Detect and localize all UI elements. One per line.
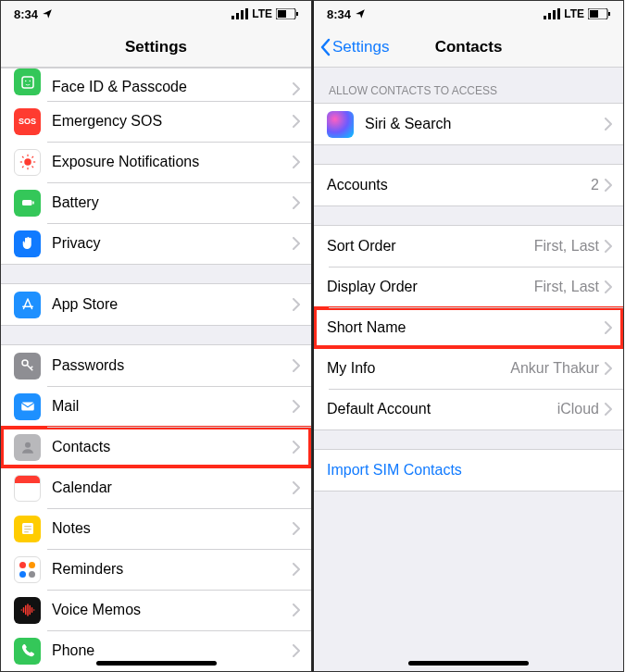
svg-rect-0: [231, 16, 234, 19]
home-indicator[interactable]: [408, 661, 529, 666]
row-calendar[interactable]: 1 Calendar: [1, 467, 311, 508]
row-importsim[interactable]: Import SIM Contacts: [314, 450, 623, 491]
svg-rect-31: [548, 13, 551, 19]
chevron-right-icon: [605, 179, 612, 192]
row-privacy[interactable]: Privacy: [1, 223, 311, 264]
row-reminders[interactable]: Reminders: [1, 549, 311, 590]
svg-line-15: [22, 156, 24, 158]
svg-rect-3: [245, 8, 248, 19]
settings-list[interactable]: Face ID & Passcode SOS Emergency SOS Exp…: [1, 68, 311, 671]
row-label: App Store: [52, 296, 293, 313]
location-icon: [355, 8, 366, 19]
signal-icon: [231, 8, 248, 19]
back-label: Settings: [332, 38, 389, 56]
row-label: Accounts: [327, 177, 591, 193]
row-label: Sort Order: [327, 238, 534, 255]
row-value: iCloud: [557, 401, 599, 417]
row-siri[interactable]: Siri & Search: [314, 104, 623, 144]
siri-icon: [327, 111, 354, 138]
contacts-settings-screen: 8:34 LTE Settings Contacts ALLOW CONTACT…: [312, 0, 624, 672]
battery-icon: [276, 8, 298, 19]
network-label: LTE: [564, 7, 584, 20]
svg-point-21: [22, 360, 28, 366]
chevron-right-icon: [293, 441, 300, 454]
privacy-icon: [14, 230, 41, 257]
row-faceid[interactable]: Face ID & Passcode: [1, 68, 311, 101]
chevron-right-icon: [293, 82, 300, 95]
row-sos[interactable]: SOS Emergency SOS: [1, 101, 311, 142]
row-label: Contacts: [52, 439, 293, 455]
row-label: Passwords: [52, 357, 293, 374]
battery-icon: [14, 190, 41, 217]
chevron-right-icon: [293, 604, 300, 616]
svg-rect-2: [241, 10, 244, 19]
contacts-settings-list[interactable]: ALLOW CONTACTS TO ACCESS Siri & Search A…: [314, 68, 623, 671]
row-label: Emergency SOS: [52, 113, 293, 130]
svg-rect-35: [608, 12, 610, 16]
chevron-right-icon: [293, 522, 300, 535]
row-label: Phone: [52, 642, 293, 659]
network-label: LTE: [252, 7, 272, 20]
row-displayorder[interactable]: Display Order First, Last: [314, 267, 623, 307]
row-notes[interactable]: Notes: [1, 508, 311, 549]
row-voicememos[interactable]: Voice Memos: [1, 590, 311, 630]
svg-rect-30: [544, 16, 546, 19]
back-button[interactable]: Settings: [319, 38, 389, 56]
svg-rect-20: [32, 202, 34, 205]
status-bar: 8:34 LTE: [314, 1, 623, 27]
location-icon: [42, 8, 53, 19]
phone-icon: [14, 638, 41, 665]
svg-line-18: [22, 167, 24, 168]
row-label: Short Name: [327, 319, 605, 336]
section-header: ALLOW CONTACTS TO ACCESS: [314, 68, 623, 103]
chevron-right-icon: [605, 118, 612, 131]
row-label: Exposure Notifications: [52, 154, 293, 170]
appstore-icon: [14, 292, 41, 318]
home-indicator[interactable]: [96, 661, 217, 666]
row-accounts[interactable]: Accounts 2: [314, 165, 623, 205]
svg-point-9: [29, 80, 31, 81]
status-bar: 8:34 LTE: [1, 1, 311, 27]
row-battery[interactable]: Battery: [1, 182, 311, 223]
row-label: Battery: [52, 194, 293, 211]
chevron-right-icon: [293, 115, 300, 128]
row-passwords[interactable]: Passwords: [1, 345, 311, 386]
chevron-right-icon: [605, 362, 612, 375]
chevron-right-icon: [293, 156, 300, 168]
row-shortname[interactable]: Short Name: [314, 307, 623, 348]
row-sortorder[interactable]: Sort Order First, Last: [314, 226, 623, 267]
row-label: Calendar: [52, 479, 293, 496]
calendar-icon: 1: [14, 475, 41, 502]
page-title: Contacts: [435, 38, 503, 56]
row-mail[interactable]: Mail: [1, 386, 311, 427]
row-contacts[interactable]: Contacts: [1, 427, 311, 467]
row-defaultacct[interactable]: Default Account iCloud: [314, 389, 623, 429]
status-time: 8:34: [14, 7, 38, 21]
svg-point-8: [25, 80, 27, 81]
navbar: Settings: [1, 27, 311, 68]
row-label: Notes: [52, 520, 293, 537]
sos-icon: SOS: [14, 108, 41, 135]
row-value: Ankur Thakur: [510, 360, 599, 377]
svg-point-10: [24, 158, 31, 166]
passwords-icon: [14, 353, 41, 380]
signal-icon: [544, 8, 560, 19]
row-value: First, Last: [534, 279, 599, 295]
chevron-right-icon: [293, 644, 300, 657]
chevron-right-icon: [293, 359, 300, 372]
row-label: Display Order: [327, 279, 534, 295]
row-label: Privacy: [52, 235, 293, 252]
chevron-right-icon: [293, 563, 300, 576]
chevron-right-icon: [293, 196, 300, 209]
row-myinfo[interactable]: My Info Ankur Thakur: [314, 348, 623, 389]
row-appstore[interactable]: App Store: [1, 284, 311, 325]
row-exposure[interactable]: Exposure Notifications: [1, 142, 311, 182]
svg-point-23: [25, 442, 31, 448]
svg-line-16: [31, 167, 33, 168]
page-title: Settings: [125, 38, 187, 56]
row-label: Face ID & Passcode: [52, 79, 293, 95]
faceid-icon: [14, 68, 41, 95]
row-label: Import SIM Contacts: [327, 462, 612, 479]
chevron-right-icon: [293, 400, 300, 413]
status-time: 8:34: [327, 7, 351, 21]
